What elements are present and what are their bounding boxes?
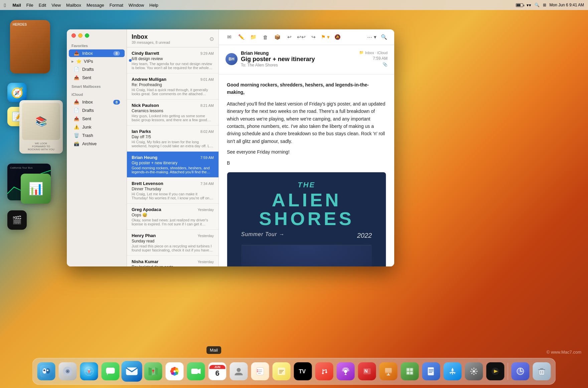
dock-item-numbers[interactable] xyxy=(400,362,420,381)
dock-item-calendar[interactable]: JUN 6 xyxy=(208,362,227,381)
dock-item-podcasts[interactable] xyxy=(336,362,355,381)
message-item-andrew[interactable]: Andrew Mulligan 9:01 AM Re: Proofreading… xyxy=(127,73,218,100)
menubar-window[interactable]: Window xyxy=(129,3,144,8)
dock-item-music[interactable] xyxy=(315,362,334,381)
dock-item-messages[interactable] xyxy=(101,362,120,381)
reply-all-button[interactable]: ↩↩ xyxy=(296,32,306,42)
dock-item-appstore[interactable] xyxy=(443,362,462,381)
dock-item-reminders[interactable] xyxy=(251,362,270,381)
more-actions-button[interactable]: ⋯ ▾ xyxy=(367,32,377,42)
dock-item-finder[interactable] xyxy=(37,362,56,381)
reply-button[interactable]: ↩ xyxy=(284,32,294,42)
mail-toolbar: ✉ ✏️ 📁 🗑 📦 ↩ ↩↩ ↪ ⚑ ▾ 🔕 ⋯ ▾ 🔍 xyxy=(219,29,394,45)
maps-icon xyxy=(144,362,162,380)
menubar-edit[interactable]: Edit xyxy=(39,3,46,8)
desktop-heroes-app[interactable]: HEROES xyxy=(10,20,50,73)
sidebar-item-drafts-favorites[interactable]: 📄 Drafts xyxy=(69,65,125,73)
move-button[interactable]: 📁 xyxy=(248,32,258,42)
dock-item-launchpad[interactable] xyxy=(58,362,78,381)
archive-button[interactable]: 📦 xyxy=(272,32,282,42)
minimize-button[interactable] xyxy=(78,33,83,38)
message-item-greg[interactable]: Greg Apodaca Yesterday Oops 😅 Okay, some… xyxy=(127,204,218,230)
delete-button[interactable]: 🗑 xyxy=(260,32,270,42)
desktop-safari-app[interactable]: 🧭 xyxy=(7,83,27,102)
sidebar-item-icloud-junk[interactable]: ⚠️ Junk xyxy=(69,123,125,131)
avatar-initials: BH xyxy=(229,57,234,61)
message-item-cindy[interactable]: Cindy Barrett 9:29 AM 6/8 design review … xyxy=(127,47,218,73)
sidebar-item-icloud-trash[interactable]: 🗑️ Trash xyxy=(69,132,125,139)
sidebar-icloud-sent-label: Sent xyxy=(82,116,120,121)
msg-subject: Re: Isolated drum parts xyxy=(132,265,214,266)
numbers-icon xyxy=(401,362,419,380)
dock-item-facetime[interactable] xyxy=(186,362,206,381)
compose-button[interactable]: ✏️ xyxy=(236,32,246,42)
dock-item-finalcut[interactable] xyxy=(486,362,505,381)
menubar-message[interactable]: Message xyxy=(87,3,104,8)
svg-rect-63 xyxy=(410,372,413,374)
dock-item-contacts[interactable] xyxy=(229,362,249,381)
icloud-drafts-icon: 📄 xyxy=(74,108,80,113)
icloud-sent-icon: 📤 xyxy=(74,116,80,121)
msg-preview: Hi Craig, My folks are in town for the l… xyxy=(132,140,214,148)
msg-preview: Okay, some bad news: just realized my dr… xyxy=(132,218,214,226)
message-item-ian[interactable]: Ian Parks 8:02 AM Day off 7/5 Hi Craig, … xyxy=(127,126,218,152)
forward-button[interactable]: ↪ xyxy=(308,32,318,42)
sidebar-item-sent-favorites[interactable]: 📤 Sent xyxy=(69,74,125,81)
sidebar-item-icloud-drafts[interactable]: 📄 Drafts xyxy=(69,107,125,114)
dock-item-safari[interactable] xyxy=(80,362,99,381)
message-item-brett[interactable]: Brett Levenson 7:34 AM Dinner Thursday H… xyxy=(127,178,218,204)
dock-item-maps[interactable] xyxy=(144,362,163,381)
trash-icon xyxy=(533,362,551,380)
message-item-nick[interactable]: Nick Paulson 8:21 AM Ceramics lessons He… xyxy=(127,100,218,126)
desktop-finalcut-app[interactable]: 🎬 xyxy=(7,210,27,230)
sidebar-item-icloud-sent[interactable]: 📤 Sent xyxy=(69,115,125,123)
message-item-nisha[interactable]: Nisha Kumar Yesterday Re: Isolated drum … xyxy=(127,256,218,266)
dock-item-screentime[interactable] xyxy=(511,362,530,381)
dock-item-systemprefs[interactable] xyxy=(464,362,484,381)
traffic-lights xyxy=(67,29,127,41)
dock-item-tv[interactable]: TV xyxy=(293,362,313,381)
email-to-line: To: The Alien Shores xyxy=(241,63,315,67)
flag-button[interactable]: ⚑ ▾ xyxy=(320,32,330,42)
message-item-brian[interactable]: Brian Heung 7:59 AM Gig poster + new iti… xyxy=(127,152,218,178)
appstore-icon xyxy=(444,362,462,380)
poster-rock-image xyxy=(241,245,372,266)
msg-sender: Andrew Mulligan xyxy=(132,77,166,82)
menubar-help[interactable]: Help xyxy=(149,3,158,8)
menubar-mailbox[interactable]: Mailbox xyxy=(66,3,81,8)
sidebar-item-icloud-inbox[interactable]: 📥 Inbox 8 xyxy=(69,98,125,106)
msg-header: Greg Apodaca Yesterday xyxy=(132,207,214,212)
email-timestamp: 7:59 AM xyxy=(373,56,388,61)
search-button[interactable]: 🔍 xyxy=(379,32,389,42)
control-center-icon[interactable]: ⊞ xyxy=(543,3,546,7)
icloud-junk-icon: ⚠️ xyxy=(74,125,80,130)
menubar-app-name[interactable]: Mail xyxy=(12,3,21,8)
dock-item-mail[interactable] xyxy=(121,360,143,383)
desktop-numbers-app[interactable]: 📊 xyxy=(21,174,51,204)
close-button[interactable] xyxy=(71,33,76,38)
music-icon xyxy=(315,362,333,380)
maximize-button[interactable] xyxy=(85,33,89,38)
icloud-inbox-badge: 8 xyxy=(113,100,120,105)
sidebar-item-vips[interactable]: ▶ ⭐ VIPs xyxy=(67,57,127,65)
apple-logo-icon[interactable]:  xyxy=(4,2,6,8)
compose-new-button[interactable]: ✉ xyxy=(224,32,234,42)
filter-button[interactable]: ⊙ xyxy=(209,36,214,42)
menubar-format[interactable]: Format xyxy=(110,3,123,8)
chevron-icon: ▶ xyxy=(71,60,74,63)
dock-item-notes[interactable] xyxy=(272,362,291,381)
search-icon[interactable]: 🔍 xyxy=(535,3,540,7)
dock-item-keynote[interactable] xyxy=(379,362,398,381)
menubar-file[interactable]: File xyxy=(26,3,33,8)
dock-item-trash[interactable] xyxy=(532,362,552,381)
sidebar-item-inbox-favorites[interactable]: 📥 Inbox 8 xyxy=(69,49,125,57)
sidebar-item-icloud-archive[interactable]: 🗃️ Archive xyxy=(69,140,125,148)
svg-point-41 xyxy=(257,370,258,371)
mute-button[interactable]: 🔕 xyxy=(332,32,342,42)
desktop-book-app[interactable]: 📚 WE LOOKFORWARD TOROCKING WITH YOU xyxy=(19,100,63,154)
dock-item-pages[interactable] xyxy=(422,362,441,381)
menubar-view[interactable]: View xyxy=(51,3,61,8)
message-item-henry[interactable]: Henry Phan Yesterday Sunday read Just re… xyxy=(127,230,218,256)
dock-item-photos[interactable] xyxy=(165,362,184,381)
dock-item-news[interactable]: N xyxy=(357,362,377,381)
